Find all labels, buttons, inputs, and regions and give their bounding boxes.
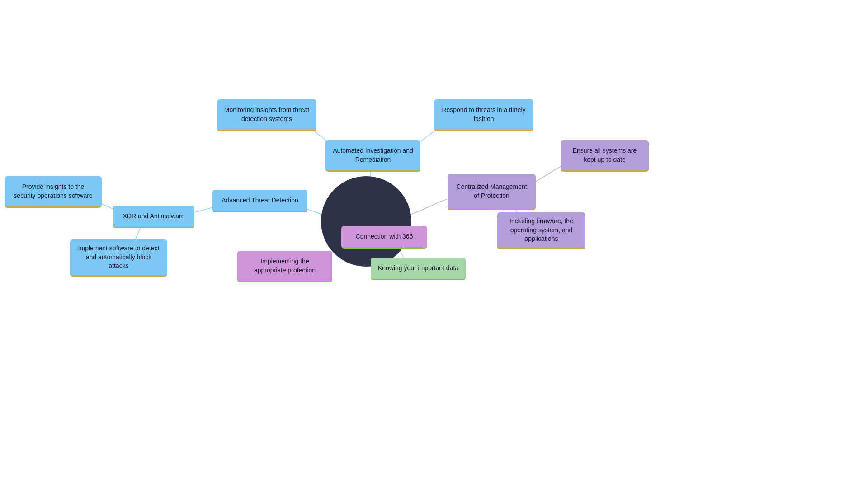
monitoring-node: Monitoring insights from threat detectio… bbox=[217, 99, 316, 131]
centralized-label: Centralized Management of Protection bbox=[454, 183, 529, 200]
advanced-threat-node: Advanced Threat Detection bbox=[212, 190, 307, 212]
xdr-node: XDR and Antimalware bbox=[113, 206, 194, 228]
auto-investigation-node: Automated Investigation and Remediation bbox=[326, 140, 420, 172]
implement-software-node: Implement software to detect and automat… bbox=[70, 239, 167, 277]
firmware-node: Including firmware, the operating system… bbox=[497, 212, 585, 249]
firmware-label: Including firmware, the operating system… bbox=[504, 217, 579, 244]
center-node bbox=[321, 176, 411, 267]
ensure-node: Ensure all systems are kept up to date bbox=[561, 140, 649, 172]
knowing-data-node: Knowing your important data bbox=[371, 258, 466, 280]
provide-insights-label: Provide insights to the security operati… bbox=[11, 183, 95, 200]
provide-insights-node: Provide insights to the security operati… bbox=[5, 176, 102, 208]
ensure-label: Ensure all systems are kept up to date bbox=[567, 146, 642, 164]
centralized-node: Centralized Management of Protection bbox=[448, 174, 536, 210]
advanced-threat-label: Advanced Threat Detection bbox=[222, 196, 298, 205]
implementing-node: Implementing the appropriate protection bbox=[237, 251, 332, 282]
respond-node: Respond to threats in a timely fashion bbox=[434, 99, 533, 131]
auto-investigation-label: Automated Investigation and Remediation bbox=[332, 146, 414, 164]
implement-software-label: Implement software to detect and automat… bbox=[76, 244, 161, 271]
xdr-label: XDR and Antimalware bbox=[123, 212, 185, 221]
connection-365-node: Connection with 365 bbox=[341, 226, 427, 249]
respond-label: Respond to threats in a timely fashion bbox=[440, 106, 527, 123]
connection-365-label: Connection with 365 bbox=[356, 232, 413, 241]
implementing-label: Implementing the appropriate protection bbox=[244, 257, 326, 275]
monitoring-label: Monitoring insights from threat detectio… bbox=[223, 106, 310, 123]
mind-map-diagram: Automated Investigation and RemediationM… bbox=[0, 0, 868, 488]
knowing-data-label: Knowing your important data bbox=[378, 264, 458, 273]
